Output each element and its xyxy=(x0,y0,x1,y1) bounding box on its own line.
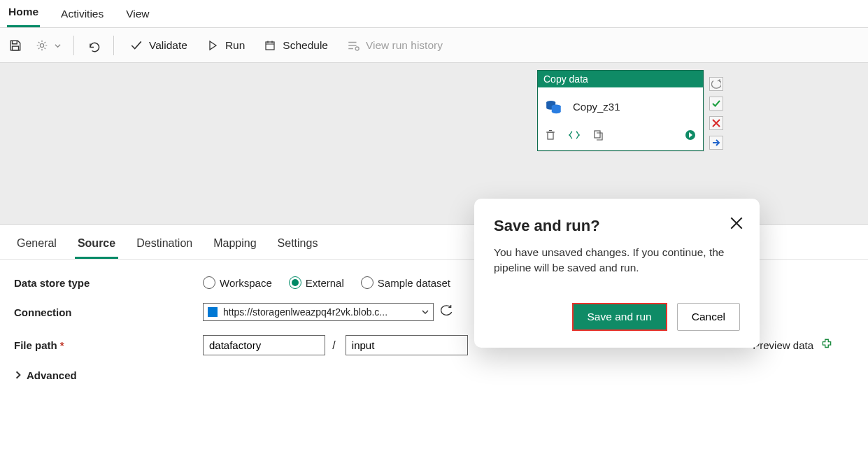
activity-copy-data[interactable]: Copy data Copy_z31 xyxy=(537,70,704,151)
copy-activity-button[interactable] xyxy=(592,129,604,143)
status-skip-icon[interactable] xyxy=(709,136,723,150)
save-and-run-button[interactable]: Save and run xyxy=(574,304,666,329)
data-store-type-radiogroup: Workspace External Sample dataset xyxy=(203,276,450,289)
svg-point-1 xyxy=(40,43,43,47)
tab-home[interactable]: Home xyxy=(7,3,40,27)
advanced-section[interactable]: Advanced xyxy=(14,369,854,381)
validate-button[interactable]: Validate xyxy=(125,36,192,55)
settings-dropdown[interactable] xyxy=(34,36,62,55)
dialog-close-button[interactable] xyxy=(727,214,746,235)
cancel-button[interactable]: Cancel xyxy=(677,303,740,331)
connection-value: https://storagenlweazpq4r2vk.blob.c... xyxy=(223,306,387,318)
tab-activities[interactable]: Activities xyxy=(59,5,105,27)
delete-activity-button[interactable] xyxy=(545,129,556,143)
activity-status-icons xyxy=(709,77,723,150)
undo-button[interactable] xyxy=(85,36,102,55)
advanced-label: Advanced xyxy=(27,369,77,381)
view-run-history-button[interactable]: View run history xyxy=(342,36,447,55)
status-fail-icon[interactable] xyxy=(709,116,723,130)
file-path-folder-input[interactable] xyxy=(346,335,468,355)
check-icon xyxy=(129,38,143,52)
activity-code-button[interactable] xyxy=(569,129,580,143)
chevron-down-icon xyxy=(55,39,61,52)
file-path-inputs: / xyxy=(203,335,468,355)
connection-label: Connection xyxy=(14,306,203,318)
calendar-icon xyxy=(263,38,277,52)
tab-settings[interactable]: Settings xyxy=(275,233,321,259)
activity-header: Copy data xyxy=(538,71,703,87)
file-path-container-input[interactable] xyxy=(203,335,325,355)
radio-icon xyxy=(361,276,373,289)
gear-icon xyxy=(35,38,49,52)
validate-label: Validate xyxy=(149,39,187,52)
activity-name: Copy_z31 xyxy=(573,101,620,113)
file-path-label: File path xyxy=(14,339,203,351)
chevron-right-icon xyxy=(14,369,22,381)
run-button[interactable]: Run xyxy=(201,36,249,55)
path-separator: / xyxy=(332,339,335,351)
schedule-button[interactable]: Schedule xyxy=(259,36,332,55)
schedule-label: Schedule xyxy=(283,39,328,52)
dialog-title: Save and run? xyxy=(494,217,740,235)
undo-icon xyxy=(87,38,101,52)
save-button[interactable] xyxy=(7,36,24,55)
dialog-body: You have unsaved changes. If you continu… xyxy=(494,245,740,275)
data-store-type-label: Data store type xyxy=(14,277,203,289)
svg-point-3 xyxy=(355,47,359,50)
tab-mapping[interactable]: Mapping xyxy=(211,233,259,259)
radio-icon xyxy=(289,276,301,289)
tab-source[interactable]: Source xyxy=(75,233,118,259)
history-label: View run history xyxy=(366,39,443,52)
save-icon xyxy=(8,38,22,52)
activity-output-handle[interactable] xyxy=(685,129,696,143)
tutorial-highlight: Save and run xyxy=(572,303,667,331)
svg-rect-0 xyxy=(13,46,19,50)
radio-external-label: External xyxy=(306,277,344,289)
status-deactivated-icon[interactable] xyxy=(709,77,723,91)
plugin-icon[interactable] xyxy=(820,338,833,353)
history-icon xyxy=(346,38,360,52)
play-icon xyxy=(206,38,220,52)
radio-workspace[interactable]: Workspace xyxy=(203,276,272,289)
status-success-icon[interactable] xyxy=(709,97,723,111)
toolbar: Validate Run Schedule View run history xyxy=(0,28,868,63)
tab-view[interactable]: View xyxy=(124,5,150,27)
close-icon xyxy=(730,217,743,229)
database-icon xyxy=(545,97,563,115)
toolbar-separator xyxy=(113,36,114,55)
toolbar-separator xyxy=(73,36,74,55)
svg-rect-2 xyxy=(266,42,274,50)
svg-rect-7 xyxy=(595,131,600,138)
svg-rect-6 xyxy=(548,132,553,139)
radio-workspace-label: Workspace xyxy=(220,277,272,289)
refresh-connection-button[interactable] xyxy=(441,305,453,320)
radio-sample-dataset[interactable]: Sample dataset xyxy=(361,276,450,289)
tab-destination[interactable]: Destination xyxy=(134,233,195,259)
azure-storage-icon xyxy=(208,307,218,317)
radio-sample-label: Sample dataset xyxy=(378,277,450,289)
connection-dropdown[interactable]: https://storagenlweazpq4r2vk.blob.c... xyxy=(203,303,434,321)
tab-general[interactable]: General xyxy=(14,233,59,259)
save-and-run-dialog: Save and run? You have unsaved changes. … xyxy=(474,199,760,348)
preview-data-button[interactable]: Preview data xyxy=(753,339,813,351)
radio-external[interactable]: External xyxy=(289,276,344,289)
chevron-down-icon xyxy=(422,306,429,318)
top-nav: Home Activities View xyxy=(0,0,868,28)
run-label: Run xyxy=(225,39,245,52)
radio-icon xyxy=(203,276,215,289)
